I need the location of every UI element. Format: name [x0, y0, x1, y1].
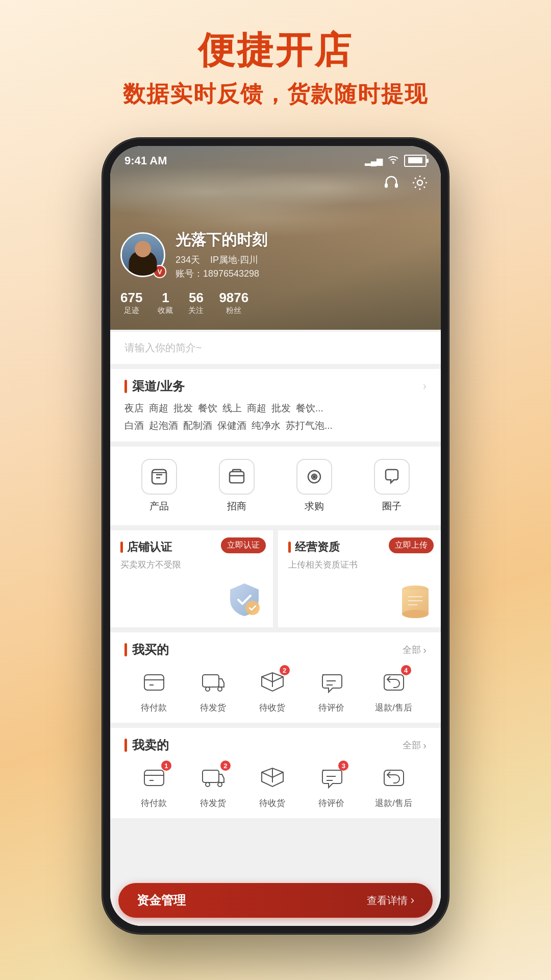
bio-placeholder: 请输入你的简介~ [124, 342, 202, 353]
phone-outer: 9:41 AM ▂▄▆ [102, 138, 449, 934]
sales-pending-review[interactable]: 3 待评价 [316, 763, 346, 809]
stat-fans: 9876 粉丝 [219, 290, 248, 315]
status-icons: ▂▄▆ [365, 155, 427, 167]
business-cert-icon [395, 580, 436, 623]
business-cert-card[interactable]: 立即上传 经营资质 上传相关资质证书 [278, 530, 441, 627]
purchase-view-all[interactable]: 全部 › [403, 644, 427, 656]
store-cert-icon [224, 579, 265, 622]
svg-point-18 [218, 687, 222, 691]
quick-icons-section: 产品 招商 求购 [110, 447, 441, 525]
business-cert-desc: 上传相关资质证书 [288, 559, 431, 571]
sales-pending-ship[interactable]: 2 待发货 [198, 763, 229, 809]
bio-section[interactable]: 请输入你的简介~ [110, 332, 441, 364]
sales-order-icons: 1 待付款 2 待发货 [124, 763, 427, 809]
sales-view-all[interactable]: 全部 › [403, 739, 427, 751]
purchase-pending-pay[interactable]: 待付款 [139, 667, 169, 714]
business-cert-title: 经营资质 [295, 540, 340, 555]
channel-title: 渠道/业务 [132, 378, 185, 395]
bottom-bar-left: 资金管理 [137, 892, 186, 909]
quick-item-product[interactable]: 产品 [141, 459, 177, 513]
quick-purchase-label: 求购 [305, 500, 324, 513]
sales-pending-pay[interactable]: 1 待付款 [139, 763, 169, 809]
quick-item-community[interactable]: 圈子 [374, 459, 410, 513]
svg-point-7 [313, 476, 315, 478]
stat-collect: 1 收藏 [158, 290, 173, 315]
svg-point-22 [206, 782, 210, 787]
user-name: 光落下的时刻 [176, 230, 267, 251]
svg-point-23 [218, 782, 222, 787]
content-area: 请输入你的简介~ 渠道/业务 › 夜店 商超 批发 [110, 330, 441, 926]
page-header: 便捷开店 数据实时反馈，货款随时提现 [0, 0, 551, 125]
user-account: 账号：18976543298 [176, 267, 267, 280]
user-text: 光落下的时刻 234天 IP属地·四川 账号：18976543298 [176, 230, 267, 280]
profile-header: 9:41 AM ▂▄▆ [110, 146, 441, 330]
page-title-sub: 数据实时反馈，货款随时提现 [31, 79, 520, 109]
channel-tags-row1: 夜店 商超 批发 餐饮 线上 商超 批发 餐饮... [124, 402, 427, 415]
phone-wrapper: 9:41 AM ▂▄▆ [102, 138, 449, 934]
quick-item-purchase[interactable]: 求购 [296, 459, 332, 513]
stat-follow: 56 关注 [188, 290, 204, 315]
avatar-container: V [120, 232, 165, 277]
my-sales-title: 我卖的 [132, 737, 169, 753]
store-cert-card[interactable]: 立即认证 店铺认证 买卖双方不受限 [110, 530, 273, 627]
svg-rect-3 [152, 470, 166, 484]
purchase-order-icons: 待付款 待发货 2 [124, 667, 427, 714]
purchase-pending-review[interactable]: 待评价 [316, 667, 346, 714]
quick-community-label: 圈子 [382, 500, 402, 513]
svg-rect-15 [144, 675, 164, 690]
wifi-icon [388, 156, 399, 166]
my-purchase-section: 我买的 全部 › 待付款 [110, 632, 441, 723]
store-cert-title: 店铺认证 [127, 540, 172, 555]
section-title-bar-channel [124, 380, 127, 393]
profile-top-icons [383, 174, 429, 195]
store-cert-desc: 买卖双方不受限 [120, 559, 263, 571]
user-stats: 675 足迹 1 收藏 56 关注 9876 粉 [120, 290, 431, 315]
business-cert-badge[interactable]: 立即上传 [389, 537, 434, 553]
status-time: 9:41 AM [124, 154, 167, 167]
sales-refund[interactable]: 退款/售后 [375, 763, 412, 809]
channel-section: 渠道/业务 › 夜店 商超 批发 餐饮 线上 商超 批发 餐饮... [110, 369, 441, 442]
svg-rect-4 [230, 472, 244, 483]
channel-tags-row2: 白酒 起泡酒 配制酒 保健酒 纯净水 苏打气泡... [124, 419, 427, 432]
bottom-bar[interactable]: 资金管理 查看详情 › [118, 883, 433, 918]
store-cert-badge[interactable]: 立即认证 [221, 537, 266, 553]
svg-point-2 [417, 180, 422, 185]
quick-product-label: 产品 [149, 500, 169, 513]
svg-rect-20 [144, 770, 164, 786]
bottom-bar-right[interactable]: 查看详情 › [367, 894, 414, 908]
svg-rect-1 [395, 183, 398, 188]
sales-pending-receive[interactable]: 待收货 [257, 763, 288, 809]
settings-icon[interactable] [411, 174, 429, 195]
svg-rect-0 [385, 183, 388, 188]
purchase-pending-ship[interactable]: 待发货 [198, 667, 229, 714]
user-info: V 光落下的时刻 234天 IP属地·四川 账号：18976543298 [120, 230, 431, 315]
svg-rect-16 [203, 675, 219, 687]
page-title-main: 便捷开店 [31, 28, 520, 72]
quick-recruit-label: 招商 [227, 500, 246, 513]
quick-item-recruit[interactable]: 招商 [219, 459, 255, 513]
status-bar: 9:41 AM ▂▄▆ [110, 146, 441, 172]
svg-rect-21 [203, 770, 219, 782]
phone-screen: 9:41 AM ▂▄▆ [110, 146, 441, 926]
signal-icon: ▂▄▆ [365, 156, 383, 166]
headset-icon[interactable] [383, 174, 400, 195]
svg-point-17 [206, 687, 210, 691]
stat-footprint: 675 足迹 [120, 290, 142, 315]
svg-point-11 [402, 610, 429, 618]
certification-row: 立即认证 店铺认证 买卖双方不受限 [110, 530, 441, 627]
channel-chevron[interactable]: › [423, 380, 427, 393]
user-meta: 234天 IP属地·四川 [176, 254, 267, 266]
battery-icon [404, 155, 427, 167]
my-purchase-title: 我买的 [132, 642, 169, 658]
svg-point-8 [245, 601, 260, 615]
bottom-bar-chevron: › [411, 894, 414, 907]
purchase-refund[interactable]: 4 退款/售后 [375, 667, 412, 714]
purchase-pending-receive[interactable]: 2 待收货 [257, 667, 288, 714]
my-sales-section: 我卖的 全部 › 1 待付款 [110, 728, 441, 818]
